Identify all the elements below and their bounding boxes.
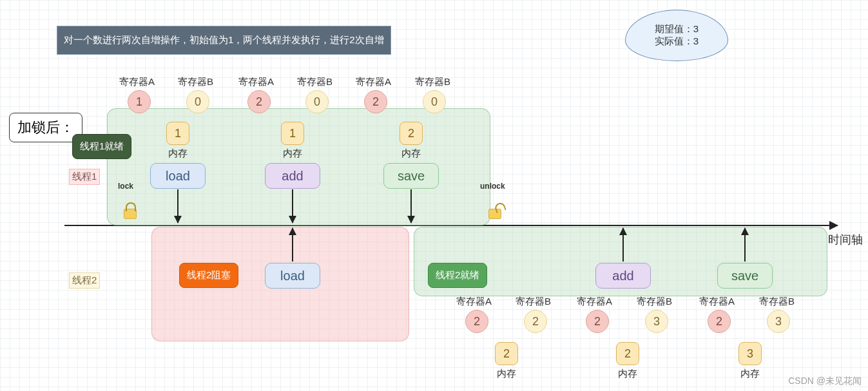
t2s3-mem: 3 [738,342,762,365]
tag-thread2-ready: 线程2就绪 [428,263,487,288]
t2s3-regA: 2 [708,310,731,333]
section-heading: 加锁后： [9,113,82,142]
t2-arrow-load [292,228,293,262]
t2s1-regB-label: 寄存器B [516,296,551,308]
t2s1-mem: 2 [495,342,518,365]
t2-arrow-save [744,228,746,262]
actual-line: 实际值：3 [655,35,699,48]
t1s2-regA: 2 [247,90,271,113]
t2s3-regB-label: 寄存器B [759,296,795,308]
lane-label-thread2: 线程2 [69,272,100,289]
t2s2-regA-label: 寄存器A [577,296,612,308]
t1s2-regB-label: 寄存器B [297,76,333,88]
t2s3-regB: 3 [767,310,790,333]
t2s1-regA: 2 [465,310,488,333]
t1s3-mem-label: 内存 [401,148,421,160]
t1s3-mem: 2 [400,122,423,145]
t1s1-regB: 0 [186,90,209,113]
t1s1-regB-label: 寄存器B [178,76,213,88]
t2-op-save: save [717,263,773,289]
axis-label: 时间轴 [828,232,863,247]
t1-arrow-add [292,189,293,223]
t2s2-regB: 3 [645,310,668,333]
t2s2-regB-label: 寄存器B [637,296,672,308]
description-box: 对一个数进行两次自增操作，初始值为1，两个线程并发执行，进行2次自增 [57,26,391,55]
t2s1-regA-label: 寄存器A [456,296,492,308]
result-cloud: 期望值：3 实际值：3 [625,10,728,61]
lock-icon [124,209,137,219]
t2s1-regB: 2 [524,310,547,333]
t2-op-add: add [595,263,651,289]
t1-op-load: load [150,163,206,189]
t1-op-save: save [383,163,439,189]
unlock-icon [488,209,501,219]
expected-line: 期望值：3 [655,23,699,35]
t1s2-mem-label: 内存 [283,148,302,160]
t1s1-regA: 1 [128,90,151,113]
watermark: CSDN @未见花闻 [788,376,862,387]
unlock-label: unlock [480,182,505,191]
t1-arrow-load [177,189,178,223]
t1s3-regA-label: 寄存器A [356,76,391,88]
t2-op-load: load [265,263,320,289]
t2s3-mem-label: 内存 [740,368,760,380]
t1s1-regA-label: 寄存器A [119,76,155,88]
t2s2-mem-label: 内存 [618,368,637,380]
t1s1-mem-label: 内存 [168,148,188,160]
t1s2-mem: 1 [281,122,304,145]
t1s1-mem: 1 [166,122,189,145]
t1s2-regB: 0 [305,90,329,113]
t2s1-mem-label: 内存 [497,368,516,380]
t1s3-regB-label: 寄存器B [415,76,450,88]
tag-thread1-ready: 线程1就绪 [72,134,131,159]
t2-arrow-add [622,228,624,262]
t1-op-add: add [265,163,320,189]
t1-arrow-save [410,189,412,223]
t2s2-mem: 2 [616,342,639,365]
t2s2-regA: 2 [586,310,609,333]
t1s3-regA: 2 [364,90,387,113]
t1s3-regB: 0 [423,90,446,113]
t2s3-regA-label: 寄存器A [699,296,735,308]
lock-label: lock [118,182,133,191]
lane-label-thread1: 线程1 [69,169,100,185]
tag-thread2-blocked: 线程2阻塞 [179,263,238,288]
t1s2-regA-label: 寄存器A [238,76,274,88]
